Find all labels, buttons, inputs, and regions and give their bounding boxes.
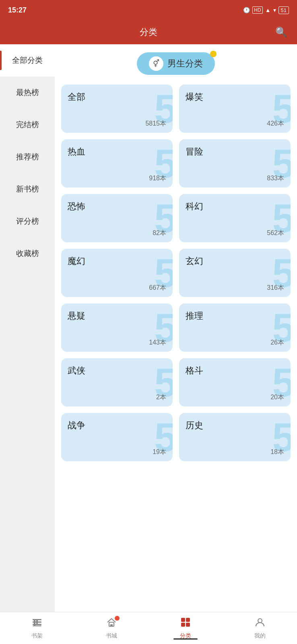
category-count-war: 19本 (68, 448, 166, 456)
category-card-hotblood[interactable]: 热血 918本 5 (61, 139, 173, 188)
sidebar: 全部分类 最热榜 完结榜 推荐榜 新书榜 评分榜 收藏榜 (0, 44, 55, 612)
person-icon (254, 617, 266, 631)
category-count-all: 5815本 (68, 120, 166, 128)
category-card-fight[interactable]: 格斗 20本 5 (179, 358, 291, 407)
sidebar-item-finished[interactable]: 完结榜 (0, 109, 55, 141)
nav-item-store[interactable]: 书城 (74, 612, 149, 644)
svg-rect-4 (34, 619, 35, 625)
category-name-scifi: 科幻 (186, 200, 284, 213)
category-count-fight: 20本 (186, 393, 284, 402)
sidebar-item-all[interactable]: 全部分类 (0, 44, 55, 76)
gender-toggle[interactable]: ⚥ 男生分类 (137, 52, 215, 75)
sidebar-label-recommend: 推荐榜 (16, 152, 39, 162)
sidebar-item-recommend[interactable]: 推荐榜 (0, 141, 55, 173)
category-header: ⚥ 男生分类 (61, 52, 291, 75)
category-count-fantasy: 316本 (186, 284, 284, 292)
sidebar-label-newbook: 新书榜 (16, 184, 39, 194)
nav-label-shelf: 书架 (31, 632, 43, 640)
shelf-icon (31, 617, 43, 631)
nav-label-mine: 我的 (254, 632, 266, 640)
category-card-scifi[interactable]: 科幻 562本 5 (179, 194, 291, 242)
nav-inner-shelf: 书架 (31, 617, 43, 640)
category-name-war: 战争 (68, 419, 166, 431)
category-name-adventure: 冒险 (186, 146, 284, 158)
category-name-history: 历史 (186, 419, 284, 431)
svg-rect-8 (181, 618, 185, 622)
status-bar: 15:27 🕐 HD ▲ ▾ 51 (0, 0, 297, 20)
category-count-horror: 82本 (68, 229, 166, 237)
category-count-mystery: 143本 (68, 339, 166, 347)
svg-rect-11 (186, 623, 190, 627)
nav-label-store: 书城 (106, 632, 117, 640)
category-card-fantasy[interactable]: 玄幻 316本 5 (179, 249, 291, 297)
category-name-detective: 推理 (186, 310, 284, 322)
sidebar-item-newbook[interactable]: 新书榜 (0, 173, 55, 205)
category-count-magic: 667本 (68, 284, 166, 292)
category-name-funny: 爆笑 (186, 91, 284, 103)
category-card-funny[interactable]: 爆笑 426本 5 (179, 85, 291, 133)
hd-badge: HD (252, 6, 262, 14)
clock-icon: 🕐 (243, 7, 250, 13)
content-area: ⚥ 男生分类 全部 5815本 5 爆笑 426本 5 热血 918本 5 (55, 44, 297, 612)
category-card-magic[interactable]: 魔幻 667本 5 (61, 249, 173, 297)
svg-point-12 (258, 619, 262, 623)
category-name-mystery: 悬疑 (68, 310, 166, 322)
category-name-horror: 恐怖 (68, 200, 166, 213)
category-card-detective[interactable]: 推理 26本 5 (179, 303, 291, 352)
category-count-history: 18本 (186, 448, 284, 456)
page-title: 分类 (140, 26, 157, 38)
svg-rect-3 (33, 625, 41, 626)
svg-rect-7 (110, 624, 113, 626)
nav-inner-category: 分类 (180, 617, 191, 640)
bottom-nav: 书架 书城 (0, 612, 297, 644)
category-card-history[interactable]: 历史 18本 5 (179, 413, 291, 461)
sidebar-label-rating: 评分榜 (16, 216, 39, 227)
active-indicator (173, 638, 198, 640)
category-count-hotblood: 918本 (68, 174, 166, 183)
search-button[interactable]: 🔍 (275, 27, 287, 38)
category-card-all[interactable]: 全部 5815本 5 (61, 85, 173, 133)
nav-inner-mine: 我的 (254, 617, 266, 640)
svg-rect-5 (36, 619, 38, 624)
category-card-war[interactable]: 战争 19本 5 (61, 413, 173, 461)
category-name-hotblood: 热血 (68, 146, 166, 158)
status-icons: 🕐 HD ▲ ▾ 51 (243, 6, 289, 14)
sidebar-item-collection[interactable]: 收藏榜 (0, 237, 55, 270)
category-count-adventure: 833本 (186, 174, 284, 183)
category-name-magic: 魔幻 (68, 255, 166, 267)
category-grid: 全部 5815本 5 爆笑 426本 5 热血 918本 5 冒险 833本 5… (61, 85, 291, 461)
nav-inner-store: 书城 (106, 617, 117, 640)
category-card-adventure[interactable]: 冒险 833本 5 (179, 139, 291, 188)
nav-item-category[interactable]: 分类 (148, 612, 223, 644)
nav-item-mine[interactable]: 我的 (223, 612, 297, 644)
category-count-detective: 26本 (186, 339, 284, 347)
grid-icon (180, 617, 191, 631)
store-badge (115, 616, 120, 621)
category-name-fight: 格斗 (186, 365, 284, 377)
category-count-martial: 2本 (68, 393, 166, 402)
svg-rect-9 (186, 618, 190, 622)
wifi-icon: ▾ (273, 7, 276, 13)
category-card-horror[interactable]: 恐怖 82本 5 (61, 194, 173, 242)
sidebar-label-hot: 最热榜 (16, 87, 39, 98)
signal-icon: ▲ (265, 7, 271, 13)
sidebar-label-finished: 完结榜 (16, 120, 39, 130)
category-name-all: 全部 (68, 91, 166, 103)
gender-label: 男生分类 (167, 58, 203, 70)
gender-icon: ⚥ (149, 56, 163, 71)
category-name-martial: 武侠 (68, 365, 166, 377)
main-layout: 全部分类 最热榜 完结榜 推荐榜 新书榜 评分榜 收藏榜 ⚥ 男生分类 (0, 44, 297, 612)
sidebar-item-rating[interactable]: 评分榜 (0, 205, 55, 237)
sidebar-label-all: 全部分类 (12, 55, 43, 66)
svg-rect-10 (181, 623, 185, 627)
category-card-martial[interactable]: 武侠 2本 5 (61, 358, 173, 407)
app-header: 分类 🔍 (0, 20, 297, 44)
category-count-funny: 426本 (186, 120, 284, 128)
nav-item-shelf[interactable]: 书架 (0, 612, 74, 644)
category-name-fantasy: 玄幻 (186, 255, 284, 267)
toggle-dot (210, 51, 217, 57)
sidebar-item-hot[interactable]: 最热榜 (0, 76, 55, 109)
category-card-mystery[interactable]: 悬疑 143本 5 (61, 303, 173, 352)
category-count-scifi: 562本 (186, 229, 284, 237)
sidebar-label-collection: 收藏榜 (16, 248, 39, 259)
